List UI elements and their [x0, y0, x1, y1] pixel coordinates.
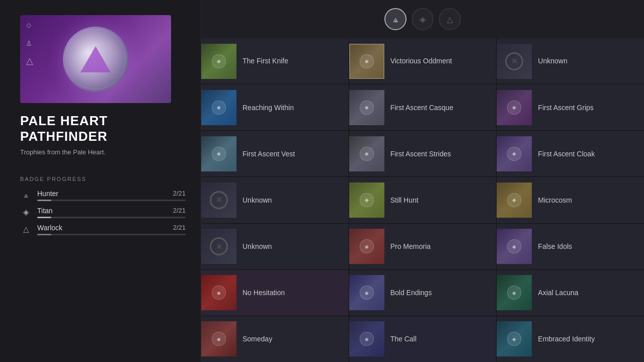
- item-the-call[interactable]: ◆The Call: [349, 316, 497, 362]
- hunter-tab[interactable]: ⟁: [384, 8, 407, 30]
- warlock-icon: △: [20, 223, 32, 235]
- thumb-icon-the-call: ◆: [360, 332, 374, 346]
- item-first-ascent-vest[interactable]: ◆First Ascent Vest: [201, 131, 349, 176]
- symbol-delta: △: [26, 55, 33, 66]
- item-name-bold-endings: Bold Endings: [384, 288, 438, 297]
- item-name-axial-lacuna: Axial Lacuna: [532, 288, 584, 297]
- thumb-icon-first-ascent-cloak: ◆: [507, 147, 521, 161]
- thumb-icon-axial-lacuna: ◆: [507, 286, 521, 300]
- item-name-microcosm: Microcosm: [532, 196, 578, 205]
- item-first-ascent-strides[interactable]: ◆First Ascent Strides: [349, 131, 497, 176]
- warlock-label: Warlock: [37, 224, 62, 232]
- item-name-first-ascent-casque: First Ascent Casque: [384, 103, 459, 112]
- warlock-track: [37, 234, 186, 235]
- thumb-someday: ◆: [201, 321, 236, 356]
- titan-label: Titan: [37, 207, 53, 215]
- item-microcosm[interactable]: ◆Microcosm: [497, 177, 644, 223]
- thumb-icon-someday: ◆: [212, 332, 226, 346]
- item-name-unknown-3: Unknown: [236, 242, 278, 251]
- thumb-first-ascent-casque: ◆: [349, 90, 384, 125]
- thumb-unknown-1: ✕: [497, 44, 532, 79]
- item-name-false-idols: False Idols: [532, 242, 578, 251]
- titan-tab[interactable]: ◈: [412, 8, 434, 30]
- item-someday[interactable]: ◆Someday: [201, 316, 349, 362]
- progress-hunter: ⟁ Hunter 2/21: [20, 189, 186, 201]
- item-name-first-ascent-strides: First Ascent Strides: [384, 149, 457, 158]
- thumb-icon-false-idols: ◆: [507, 239, 521, 253]
- item-first-ascent-casque[interactable]: ◆First Ascent Casque: [349, 84, 497, 130]
- item-first-ascent-grips[interactable]: ◆First Ascent Grips: [497, 84, 644, 130]
- badge-progress-title: BADGE PROGRESS: [20, 176, 186, 182]
- hunter-count: 2/21: [173, 190, 186, 197]
- thumb-icon-embraced-identity: ◆: [507, 332, 521, 346]
- badge-globe: [63, 27, 128, 92]
- thumb-first-ascent-strides: ◆: [349, 136, 384, 171]
- item-axial-lacuna[interactable]: ◆Axial Lacuna: [497, 270, 644, 316]
- thumb-icon-first-ascent-strides: ◆: [360, 147, 374, 161]
- item-reaching-within[interactable]: ◆Reaching Within: [201, 84, 349, 130]
- item-no-hesitation[interactable]: ◆No Hesitation: [201, 270, 349, 316]
- thumb-icon-no-hesitation: ◆: [212, 286, 226, 300]
- lock-icon-unknown-2: ✕: [210, 191, 228, 209]
- item-name-pro-memoria: Pro Memoria: [384, 242, 437, 251]
- item-still-hunt[interactable]: ◆Still Hunt: [349, 177, 497, 223]
- left-panel: ○ ⍋ △ PALE HEART PATHFINDER Trophies fro…: [0, 0, 201, 362]
- badge-subtitle: Trophies from the Pale Heart.: [20, 148, 186, 156]
- titan-count: 2/21: [173, 207, 186, 214]
- item-pro-memoria[interactable]: ◆Pro Memoria: [349, 224, 497, 269]
- thumb-first-ascent-cloak: ◆: [497, 136, 532, 171]
- item-first-ascent-cloak[interactable]: ◆First Ascent Cloak: [497, 131, 644, 176]
- symbol-triangle-rune: ⍋: [26, 38, 33, 48]
- thumb-pro-memoria: ◆: [349, 229, 384, 264]
- titan-progress-bar: Titan 2/21: [37, 207, 186, 218]
- item-embraced-identity[interactable]: ◆Embraced Identity: [497, 316, 644, 362]
- badge-symbols: ○ ⍋ △: [26, 20, 33, 66]
- hunter-track: [37, 200, 186, 201]
- item-victorious-oddment[interactable]: ◆Victorious Oddment: [349, 38, 497, 84]
- thumb-unknown-2: ✕: [201, 183, 236, 218]
- warlock-progress-bar: Warlock 2/21: [37, 224, 186, 235]
- globe-triangle: [80, 46, 111, 72]
- item-unknown-3[interactable]: ✕Unknown: [201, 224, 349, 269]
- item-name-reaching-within: Reaching Within: [236, 103, 300, 112]
- thumb-icon-victorious-oddment: ◆: [360, 54, 374, 68]
- item-name-embraced-identity: Embraced Identity: [532, 334, 601, 343]
- lock-icon-unknown-3: ✕: [210, 237, 228, 255]
- thumb-the-first-knife: ◆: [201, 44, 236, 79]
- thumb-icon-first-ascent-vest: ◆: [212, 147, 226, 161]
- item-name-someday: Someday: [236, 334, 278, 343]
- item-name-unknown-2: Unknown: [236, 196, 278, 205]
- thumb-first-ascent-grips: ◆: [497, 90, 532, 125]
- titan-fill: [37, 217, 51, 218]
- thumb-the-call: ◆: [349, 321, 384, 356]
- thumb-icon-reaching-within: ◆: [212, 101, 226, 115]
- item-bold-endings[interactable]: ◆Bold Endings: [349, 270, 497, 316]
- item-the-first-knife[interactable]: ◆The First Knife: [201, 38, 349, 84]
- thumb-icon-first-ascent-casque: ◆: [360, 101, 374, 115]
- titan-icon: ◈: [20, 206, 32, 218]
- progress-warlock: △ Warlock 2/21: [20, 223, 186, 235]
- warlock-tab[interactable]: △: [439, 8, 461, 30]
- symbol-circle: ○: [26, 20, 33, 31]
- item-name-no-hesitation: No Hesitation: [236, 288, 291, 297]
- thumb-icon-bold-endings: ◆: [360, 286, 374, 300]
- item-unknown-2[interactable]: ✕Unknown: [201, 177, 349, 223]
- item-name-first-ascent-vest: First Ascent Vest: [236, 149, 301, 158]
- hunter-progress-bar: Hunter 2/21: [37, 190, 186, 201]
- item-false-idols[interactable]: ◆False Idols: [497, 224, 644, 269]
- item-name-the-first-knife: The First Knife: [236, 56, 294, 65]
- badge-title: PALE HEART PATHFINDER: [20, 113, 186, 144]
- thumb-icon-microcosm: ◆: [507, 193, 521, 207]
- thumb-icon-first-ascent-grips: ◆: [507, 101, 521, 115]
- thumb-bold-endings: ◆: [349, 275, 384, 310]
- thumb-victorious-oddment: ◆: [349, 44, 384, 79]
- warlock-count: 2/21: [173, 224, 186, 231]
- thumb-still-hunt: ◆: [349, 183, 384, 218]
- thumb-embraced-identity: ◆: [497, 321, 532, 356]
- thumb-icon-the-first-knife: ◆: [212, 54, 226, 68]
- thumb-no-hesitation: ◆: [201, 275, 236, 310]
- thumb-unknown-3: ✕: [201, 229, 236, 264]
- item-unknown-1[interactable]: ✕Unknown: [497, 38, 644, 84]
- right-panel: ⟁ ◈ △ ◆The First Knife◆Victorious Oddmen…: [201, 0, 644, 362]
- thumb-first-ascent-vest: ◆: [201, 136, 236, 171]
